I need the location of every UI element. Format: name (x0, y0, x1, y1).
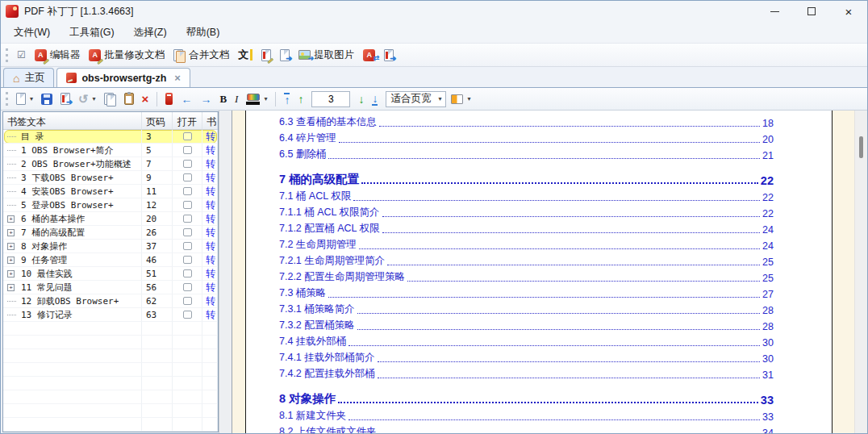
italic-button[interactable]: I (232, 90, 241, 108)
document-pen-button[interactable] (258, 47, 274, 64)
toc-entry[interactable]: 7.3.1 桶策略简介28 (279, 300, 774, 316)
open-checkbox[interactable] (183, 160, 192, 168)
toc-entry[interactable]: 8 对象操作33 (279, 386, 774, 407)
forward-button[interactable]: → (197, 91, 215, 107)
bookmark-row[interactable]: +7 桶的高级配置26转 (3, 226, 218, 240)
bookmark-text-cell[interactable]: 目 录 (3, 130, 142, 144)
bookmark-row[interactable]: 2 OBS Browser+功能概述7转 (3, 157, 218, 171)
toc-entry[interactable]: 7.1 桶 ACL 权限22 (279, 187, 774, 203)
expand-icon[interactable]: + (7, 284, 19, 291)
bookmark-text-cell[interactable] (3, 390, 142, 404)
toc-entry[interactable]: 7.4.2 配置挂载外部桶31 (279, 365, 774, 381)
toc-entry[interactable]: 8.2 上传文件或文件夹34 (279, 423, 774, 433)
toc-entry[interactable]: 7.4.1 挂载外部桶简介30 (279, 348, 774, 365)
goto-link[interactable]: 转 (202, 130, 215, 144)
goto-link[interactable]: 转 (202, 171, 215, 185)
bookmark-text-cell[interactable] (3, 377, 142, 390)
open-checkbox[interactable] (183, 201, 192, 209)
bookmark-row[interactable]: 1 OBS Browser+简介5转 (3, 144, 218, 157)
bookmark-row[interactable] (3, 404, 218, 418)
bookmark-text-cell[interactable]: +9 任务管理 (3, 253, 142, 267)
vertical-scrollbar[interactable] (854, 111, 867, 433)
expand-icon[interactable]: + (7, 243, 19, 250)
bookmark-row[interactable]: 12 卸载OBS Browser+62转 (3, 294, 218, 308)
export-pdf-button[interactable]: ➜ (57, 90, 73, 107)
goto-link[interactable]: 转 (202, 294, 215, 308)
bookmark-row[interactable] (3, 322, 218, 336)
toc-entry[interactable]: 7.2.2 配置生命周期管理策略25 (279, 268, 774, 284)
bookmark-text-cell[interactable]: 4 安装OBS Browser+ (3, 185, 142, 198)
bookmark-text-cell[interactable]: 13 修订记录 (3, 308, 142, 322)
zoom-mode-select[interactable]: 适合页宽 ▾ (386, 91, 446, 107)
batch-edit-button[interactable]: A 批量修改文档 (86, 46, 168, 65)
column-page[interactable]: 页码 (142, 112, 173, 129)
toc-entry[interactable]: 8.1 新建文件夹33 (279, 407, 774, 423)
bookmark-text-cell[interactable]: 3 下载OBS Browser+ (3, 171, 142, 185)
bookmark-text-cell[interactable]: 5 登录OBS Browser+ (3, 198, 142, 212)
goto-link[interactable]: 转 (202, 144, 215, 157)
copy-button[interactable] (101, 90, 119, 107)
bookmark-text-cell[interactable]: 2 OBS Browser+功能概述 (3, 157, 142, 171)
goto-link[interactable]: 转 (202, 281, 215, 294)
undo-button[interactable]: ↺▾ (75, 90, 99, 107)
open-checkbox[interactable] (183, 187, 192, 195)
bookmark-row[interactable]: +10 最佳实践51转 (3, 267, 218, 281)
toc-entry[interactable]: 7 桶的高级配置22 (279, 166, 774, 187)
bookmark-text-cell[interactable]: +8 对象操作 (3, 240, 142, 253)
extract-images-button[interactable]: 提取图片 (295, 46, 357, 65)
back-button[interactable]: ← (177, 91, 195, 107)
menu-help[interactable]: 帮助(B) (177, 23, 230, 43)
goto-link[interactable]: 转 (202, 308, 215, 322)
bookmark-row[interactable]: 目 录3转 (3, 130, 218, 144)
goto-link[interactable]: 转 (202, 157, 215, 171)
bookmark-row[interactable] (3, 418, 218, 432)
tab-document[interactable]: obs-browsertg-zh × (56, 68, 190, 87)
panel-splitter[interactable] (219, 111, 232, 433)
toc-entry[interactable]: 6.5 删除桶21 (279, 145, 774, 161)
bookmark-row[interactable] (3, 349, 218, 363)
pdf-convert-button[interactable]: A⇄ (360, 47, 378, 64)
goto-link[interactable]: 转 (202, 253, 215, 267)
menu-file[interactable]: 文件(W) (4, 23, 60, 43)
prev-page-button[interactable]: ↑ (294, 91, 307, 107)
column-open[interactable]: 打开 (173, 112, 202, 129)
minimize-button[interactable] (756, 1, 793, 22)
bookmark-row[interactable]: 5 登录OBS Browser+12转 (3, 198, 218, 212)
toc-entry[interactable]: 7.1.1 桶 ACL 权限简介22 (279, 203, 774, 219)
merge-documents-button[interactable]: 合并文档 (170, 46, 232, 65)
paste-button[interactable] (121, 90, 137, 107)
open-checkbox[interactable] (183, 228, 192, 236)
select-mode-button[interactable]: ☑ (14, 47, 29, 63)
bookmark-button[interactable] (162, 90, 176, 107)
font-tool-button[interactable]: 文 (235, 47, 256, 63)
open-checkbox[interactable] (183, 269, 192, 278)
expand-icon[interactable]: + (7, 229, 19, 236)
bookmark-row[interactable]: 3 下载OBS Browser+9转 (3, 171, 218, 185)
bookmark-row[interactable]: 4 安装OBS Browser+11转 (3, 185, 218, 198)
scrollbar-thumb[interactable] (859, 136, 863, 158)
bookmark-text-cell[interactable]: +11 常见问题 (3, 281, 142, 294)
delete-button[interactable]: × (139, 90, 152, 107)
bookmark-text-cell[interactable]: 12 卸载OBS Browser+ (3, 294, 142, 308)
toc-entry[interactable]: 6.3 查看桶的基本信息18 (279, 113, 774, 129)
bookmark-row[interactable] (3, 363, 218, 377)
next-page-button[interactable]: ↓ (355, 91, 367, 107)
bookmark-row[interactable] (3, 336, 218, 349)
bookmark-text-cell[interactable] (3, 363, 142, 377)
menu-toolbox[interactable]: 工具箱(G) (60, 23, 124, 43)
open-checkbox[interactable] (183, 283, 192, 291)
open-checkbox[interactable] (183, 256, 192, 264)
bookmark-text-cell[interactable] (3, 349, 142, 363)
bookmark-row[interactable]: +8 对象操作37转 (3, 240, 218, 253)
maximize-button[interactable] (793, 1, 830, 22)
last-page-button[interactable]: ↓ (369, 90, 381, 108)
bookmark-text-cell[interactable]: +10 最佳实践 (3, 267, 142, 281)
page-number-input[interactable] (311, 91, 350, 107)
document-export-button[interactable]: ➜ (277, 47, 293, 64)
reader-view-button[interactable]: ▾ (448, 92, 474, 106)
toc-entry[interactable]: 7.2.1 生命周期管理简介25 (279, 252, 774, 268)
menu-select[interactable]: 选择(Z) (124, 23, 177, 43)
open-checkbox[interactable] (183, 132, 192, 140)
bookmark-row[interactable] (3, 377, 218, 390)
bookmark-row[interactable]: +9 任务管理46转 (3, 253, 218, 267)
